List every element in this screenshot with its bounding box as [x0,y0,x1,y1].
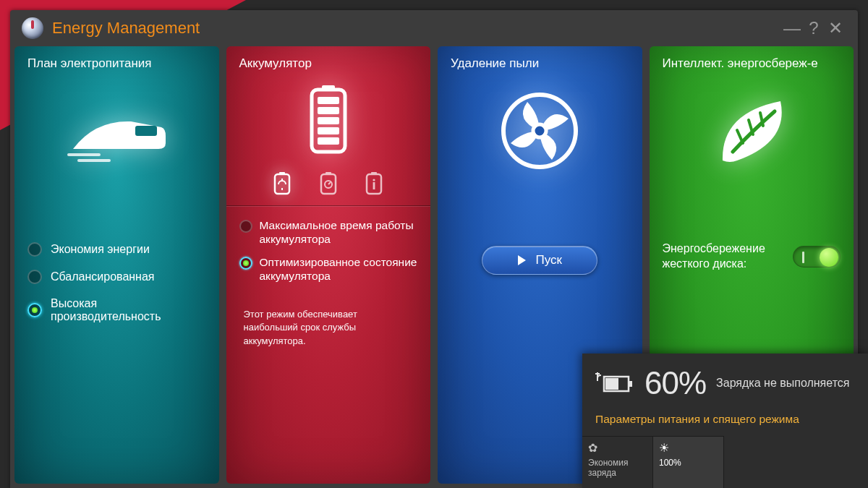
option-label: Сбалансированная [51,270,155,283]
svg-point-25 [533,124,546,137]
option-label: Максимальное время работы аккумулятора [260,218,418,247]
battery-icon [239,77,418,163]
close-button[interactable]: ✕ [825,18,846,38]
toggle-knob [820,248,838,267]
battery-tab-info[interactable] [357,166,391,201]
battery-percent: 60% [644,365,706,401]
battery-tabs [260,166,398,201]
battery-tab-health[interactable] [265,166,299,201]
card-battery: Аккумулятор [226,46,431,484]
svg-rect-12 [318,127,339,134]
play-icon [518,255,526,265]
radio-icon [27,303,42,317]
charging-battery-icon [595,371,634,395]
power-plan-options: Экономия энергии Сбалансированная Высока… [27,236,206,330]
app-logo-icon [22,17,43,39]
svg-rect-13 [318,137,339,145]
card-title: План электропитания [27,56,206,71]
power-option-saver[interactable]: Экономия энергии [27,236,206,263]
battery-mode-description: Этот режим обеспечивает наибольший срок … [244,308,414,349]
svg-rect-27 [629,381,632,387]
leaf-small-icon: ✿ [588,441,647,455]
card-title: Аккумулятор [239,56,418,71]
train-icon [27,77,206,185]
hdd-saving-row: Энергосбережение жесткого диска: [663,241,841,272]
svg-rect-23 [373,182,375,189]
card-power-plan: План электропитания Экономия энерги [14,46,219,484]
minimize-button[interactable]: — [781,18,803,38]
toggle-on-indicator [802,252,804,263]
option-label: Экономия энергии [51,243,150,256]
power-option-balanced[interactable]: Сбалансированная [27,263,206,291]
power-option-performance[interactable]: Высокая производительность [27,291,206,330]
battery-option-max-runtime[interactable]: Максимальное время работы аккумулятора [239,214,418,251]
leaf-icon [663,77,841,185]
radio-icon [27,270,42,284]
card-title: Удаление пыли [451,56,629,71]
svg-rect-11 [318,117,339,124]
titlebar: Energy Management — ? ✕ [10,10,858,46]
mode-label: Экономия заряда [588,458,647,478]
hdd-saving-toggle[interactable] [793,246,841,267]
svg-point-22 [373,179,375,181]
mode-battery-saver[interactable]: ✿ Экономия заряда [582,436,653,488]
fan-icon [451,77,629,185]
divider [226,205,431,207]
brightness-icon: ☀ [659,441,718,455]
svg-rect-4 [135,126,157,136]
svg-line-19 [328,182,331,184]
mode-brightness[interactable]: ☀ 100% [653,436,724,488]
mode-value: 100% [659,458,718,468]
card-title: Интеллект. энергосбереж-е [663,56,841,71]
radio-icon [239,257,252,270]
option-label: Оптимизированное состояние аккумулятора [260,255,418,283]
svg-rect-15 [275,174,289,194]
power-sleep-settings-link[interactable]: Параметры питания и спящего режима [595,413,855,426]
help-button[interactable]: ? [803,18,825,38]
start-button[interactable]: Пуск [482,246,597,275]
battery-flyout: 60% Зарядка не выполняется Параметры пит… [582,354,868,488]
option-label: Высокая производительность [51,297,206,323]
battery-status: Зарядка не выполняется [716,376,849,390]
battery-tab-gauge[interactable] [311,166,346,201]
app-title: Energy Management [52,19,200,38]
svg-rect-28 [605,378,618,390]
button-label: Пуск [536,253,562,267]
svg-rect-9 [318,97,339,104]
battery-option-optimized[interactable]: Оптимизированное состояние аккумулятора [239,251,418,288]
svg-rect-10 [318,107,339,114]
radio-icon [239,220,252,233]
row-label: Энергосбережение жесткого диска: [663,241,786,272]
radio-icon [27,242,42,257]
brightness-modes: ✿ Экономия заряда ☀ 100% [582,436,868,488]
